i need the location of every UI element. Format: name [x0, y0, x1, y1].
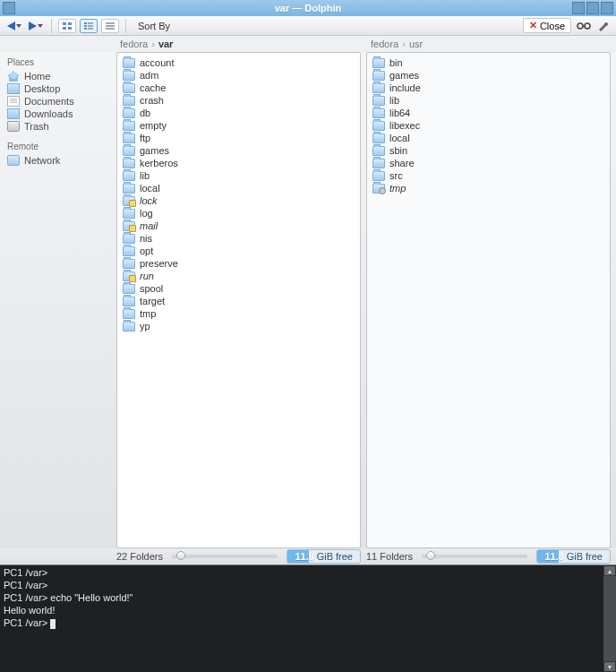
folder-name: libexec — [389, 120, 420, 131]
zoom-slider-left[interactable] — [172, 555, 278, 558]
arrow-left-icon — [7, 22, 15, 30]
breadcrumb-row: fedora › var fedora › usr — [0, 36, 616, 52]
folder-item[interactable]: include — [372, 82, 604, 94]
folder-icon — [123, 284, 135, 294]
svg-rect-7 — [88, 25, 93, 27]
folder-name: nis — [140, 233, 152, 244]
sidebar-item-home[interactable]: Home — [5, 70, 111, 82]
sidebar-item-documents[interactable]: Documents — [5, 95, 111, 108]
folder-item[interactable]: games — [123, 144, 355, 157]
folder-name: spool — [140, 283, 163, 294]
folder-icon — [123, 134, 135, 143]
view-details-button[interactable] — [101, 19, 119, 33]
sidebar-item-network[interactable]: Network — [5, 154, 111, 167]
folder-item[interactable]: yp — [123, 320, 355, 332]
folder-item[interactable]: account — [123, 56, 355, 69]
folder-name: log — [140, 208, 153, 219]
folder-name: local — [140, 183, 160, 194]
folder-item[interactable]: ftp — [123, 132, 355, 144]
folder-item[interactable]: games — [372, 69, 604, 82]
folder-item[interactable]: sbin — [372, 144, 604, 157]
folder-item[interactable]: adm — [123, 69, 355, 82]
sidebar-item-label: Home — [24, 71, 50, 82]
folder-item[interactable]: mail — [123, 220, 355, 232]
folder-icon — [123, 121, 135, 131]
folder-item[interactable]: bin — [372, 56, 604, 69]
minimize-button[interactable] — [572, 2, 585, 14]
folder-item[interactable]: cache — [123, 82, 355, 94]
folder-list-left[interactable]: accountadmcachecrashdbemptyftpgameskerbe… — [116, 52, 361, 548]
folder-item[interactable]: kerberos — [123, 157, 355, 169]
view-compact-button[interactable] — [80, 19, 98, 33]
zoom-thumb[interactable] — [426, 551, 435, 560]
folder-item[interactable]: run — [123, 270, 355, 282]
folder-icon — [123, 297, 135, 306]
close-panel-button[interactable]: ✕ Close — [523, 18, 571, 33]
scroll-down-button[interactable]: ▾ — [603, 661, 616, 672]
sidebar-item-desktop[interactable]: Desktop — [5, 82, 111, 95]
desktop-icon — [7, 83, 20, 94]
sidebar-item-downloads[interactable]: Downloads — [5, 108, 111, 120]
view-icons-button[interactable] — [58, 19, 76, 33]
zoom-thumb[interactable] — [176, 551, 185, 560]
folder-item[interactable]: preserve — [123, 257, 355, 270]
folder-item[interactable]: opt — [123, 245, 355, 257]
scroll-track[interactable] — [603, 576, 616, 661]
folder-item[interactable]: local — [123, 182, 355, 194]
folder-item[interactable]: lib — [372, 94, 604, 107]
sort-by-menu[interactable]: Sort By — [138, 21, 170, 31]
terminal-scrollbar[interactable]: ▴ ▾ — [603, 565, 616, 672]
places-header: Places — [7, 57, 111, 67]
maximize-button[interactable] — [586, 2, 599, 14]
folder-icon — [123, 171, 135, 181]
folder-item[interactable]: libexec — [372, 119, 604, 132]
folder-name: cache — [140, 82, 166, 93]
folder-item[interactable]: tmp — [123, 307, 355, 320]
folder-name: run — [140, 271, 154, 281]
free-space-right: 11.8 GiB free — [536, 549, 611, 564]
folder-item[interactable]: spool — [123, 282, 355, 295]
crumb-root[interactable]: fedora — [371, 39, 398, 49]
zoom-slider-right[interactable] — [422, 555, 527, 558]
crumb-root[interactable]: fedora — [120, 39, 148, 49]
folder-item[interactable]: db — [123, 107, 355, 119]
places-sidebar: Places HomeDesktopDocumentsDownloadsTras… — [0, 52, 116, 548]
folder-name: target — [140, 296, 165, 306]
crumb-current[interactable]: var — [158, 39, 174, 49]
folder-icon — [372, 71, 385, 81]
folder-item[interactable]: tmp — [372, 182, 604, 194]
folder-item[interactable]: lock — [123, 194, 355, 207]
forward-button[interactable] — [27, 21, 45, 31]
window-close-button[interactable] — [601, 2, 613, 14]
folder-item[interactable]: lib — [123, 169, 355, 182]
sidebar-item-trash[interactable]: Trash — [5, 120, 111, 133]
terminal[interactable]: PC1 /var> PC1 /var> PC1 /var> echo "Hell… — [0, 565, 603, 672]
folder-item[interactable]: log — [123, 207, 355, 220]
breadcrumb-right[interactable]: fedora › usr — [367, 36, 616, 52]
folder-name: opt — [140, 246, 153, 256]
folder-item[interactable]: target — [123, 295, 355, 307]
settings-button[interactable] — [596, 20, 611, 32]
folder-icon — [123, 58, 135, 68]
folder-item[interactable]: lib64 — [372, 107, 604, 119]
scroll-up-button[interactable]: ▴ — [603, 565, 616, 576]
folder-list-right[interactable]: bingamesincludeliblib64libexeclocalsbins… — [366, 52, 611, 548]
pane-right: bingamesincludeliblib64libexeclocalsbins… — [366, 52, 611, 548]
folder-item[interactable]: crash — [123, 94, 355, 107]
folder-item[interactable]: empty — [123, 119, 355, 132]
folder-name: include — [389, 82, 421, 93]
svg-rect-5 — [88, 22, 93, 24]
crumb-current[interactable]: usr — [409, 39, 423, 49]
breadcrumb-left[interactable]: fedora › var — [116, 36, 367, 52]
folder-item[interactable]: local — [372, 132, 604, 144]
sidebar-item-label: Documents — [24, 96, 74, 107]
find-button[interactable] — [577, 20, 591, 32]
folder-item[interactable]: share — [372, 157, 604, 169]
back-button[interactable] — [5, 21, 23, 31]
sidebar-item-label: Network — [24, 155, 60, 166]
folder-item[interactable]: nis — [123, 232, 355, 245]
chevron-down-icon — [38, 24, 43, 28]
home-icon — [7, 71, 20, 82]
folder-icon — [372, 58, 385, 68]
folder-item[interactable]: src — [372, 169, 604, 182]
